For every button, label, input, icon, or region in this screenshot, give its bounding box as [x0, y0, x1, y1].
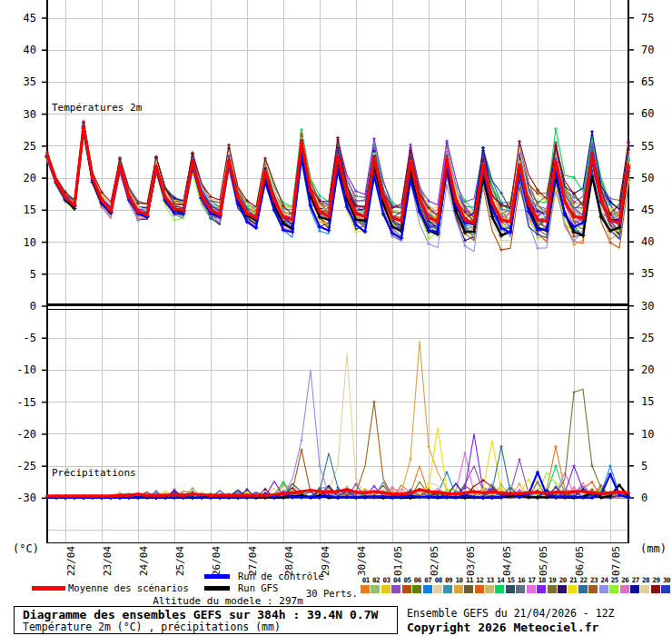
svg-text:-30: -30 [16, 492, 36, 504]
x-axis-date-label: 23/04 [102, 546, 114, 576]
svg-text:60: 60 [641, 107, 654, 120]
svg-text:65: 65 [641, 75, 654, 88]
pert-color-swatch [506, 585, 515, 593]
pert-number: 16 [516, 576, 526, 584]
svg-text:0: 0 [641, 492, 647, 504]
right-axis-unit-label: (mm) [640, 542, 667, 555]
x-axis-date-label: 02/05 [429, 546, 440, 576]
perturbation-numbers-row: 0102030405060708091011121314151617181920… [361, 576, 672, 584]
pert-number: 24 [599, 576, 609, 584]
ensemble-chart-canvas: 454035302520151050-5-10-15-20-25-3075706… [0, 0, 672, 576]
pert-color-swatch [475, 585, 484, 593]
pert-number: 08 [433, 576, 443, 584]
pert-number: 22 [578, 576, 588, 584]
pert-color-swatch [371, 585, 380, 593]
x-axis-date-label: 04/05 [501, 546, 513, 576]
pert-color-swatch [423, 585, 432, 593]
pert-color-swatch [609, 585, 618, 593]
svg-text:25: 25 [24, 140, 36, 153]
pert-color-swatch [433, 585, 442, 593]
pert-color-swatch [495, 585, 504, 593]
run-info-label: Ensemble GEFS du 21/04/2026 - 12Z [407, 607, 614, 620]
pert-color-swatch [391, 585, 400, 593]
pert-color-swatch [558, 585, 567, 593]
pert-number: 01 [361, 576, 371, 584]
pert-color-swatch [485, 585, 494, 593]
svg-text:20: 20 [641, 363, 654, 376]
pert-number: 06 [412, 576, 422, 584]
pert-color-swatch [568, 585, 577, 593]
x-axis-date-label: 07/05 [610, 546, 622, 576]
pert-color-swatch [537, 585, 546, 593]
pert-number: 09 [443, 576, 453, 584]
legend-mean-label: Moyenne des scénarios [68, 582, 189, 593]
legend-gfs-label: Run GFS [238, 582, 278, 593]
svg-text:45: 45 [24, 12, 36, 25]
pert-number: 17 [527, 576, 537, 584]
svg-text:30: 30 [24, 108, 36, 121]
svg-text:75: 75 [641, 12, 654, 25]
gfs-run-line-sample [204, 586, 230, 591]
pert-number: 19 [548, 576, 558, 584]
pert-number: 07 [423, 576, 433, 584]
pert-color-swatch [661, 585, 670, 593]
svg-text:10: 10 [24, 236, 36, 249]
pert-number: 23 [588, 576, 598, 584]
x-axis-date-label: 24/04 [138, 546, 150, 576]
svg-text:70: 70 [641, 44, 654, 56]
x-axis-date-label: 03/05 [465, 546, 477, 576]
svg-text:15: 15 [24, 204, 36, 216]
svg-text:-15: -15 [16, 396, 36, 409]
diagram-subtitle: Température 2m (°C) , précipitations (mm… [23, 621, 281, 633]
pert-number: 15 [506, 576, 516, 584]
pert-color-swatch [640, 585, 649, 593]
pert-number: 04 [391, 576, 401, 584]
control-run-line-sample [204, 574, 230, 579]
pert-color-swatch [548, 585, 557, 593]
pert-number: 29 [651, 576, 661, 584]
pert-color-swatch [630, 585, 639, 593]
x-axis-date-label: 30/04 [356, 546, 368, 576]
pert-number: 10 [454, 576, 464, 584]
svg-text:-25: -25 [16, 460, 36, 472]
pert-number: 03 [381, 576, 391, 584]
perturbation-color-legend: 0102030405060708091011121314151617181920… [361, 576, 672, 593]
pert-number: 05 [402, 576, 412, 584]
pert-color-swatch [402, 585, 411, 593]
pert-number: 20 [558, 576, 568, 584]
svg-text:5: 5 [641, 460, 647, 472]
pert-color-swatch [527, 585, 536, 593]
pert-number: 13 [485, 576, 495, 584]
svg-text:40: 40 [641, 235, 654, 248]
pert-number: 02 [371, 576, 380, 584]
svg-text:30: 30 [641, 300, 654, 313]
pert-number: 30 [661, 576, 671, 584]
svg-text:40: 40 [24, 44, 36, 56]
pert-number: 26 [620, 576, 630, 584]
svg-text:5: 5 [30, 268, 36, 281]
svg-text:35: 35 [641, 267, 654, 280]
legend-control-label: Run de contrôle [238, 571, 324, 581]
pert-color-swatch [381, 585, 390, 593]
pert-color-swatch [578, 585, 588, 593]
x-axis-date-label: 01/05 [392, 546, 404, 576]
x-axis-date-label: 22/04 [65, 546, 77, 576]
pert-color-swatch [620, 585, 629, 593]
pert-color-swatch [412, 585, 421, 593]
pert-number: 21 [568, 576, 578, 584]
x-axis-date-label: 26/04 [211, 546, 222, 576]
pert-color-swatch [651, 585, 660, 593]
pert-number: 25 [609, 576, 619, 584]
svg-text:-20: -20 [16, 428, 36, 441]
mean-line-sample [32, 586, 65, 591]
svg-text:25: 25 [641, 332, 654, 344]
pert-color-swatch [454, 585, 463, 593]
left-axis-unit-label: (°C) [13, 542, 39, 555]
svg-text:-10: -10 [16, 363, 36, 376]
perturbation-swatches-row [361, 585, 672, 593]
copyright-label: Copyright 2026 Meteociel.fr [407, 621, 598, 634]
x-axis-date-label: 05/05 [538, 546, 549, 576]
x-axis-date-label: 25/04 [174, 546, 186, 576]
svg-text:0: 0 [30, 300, 36, 313]
pert-number: 12 [475, 576, 485, 584]
